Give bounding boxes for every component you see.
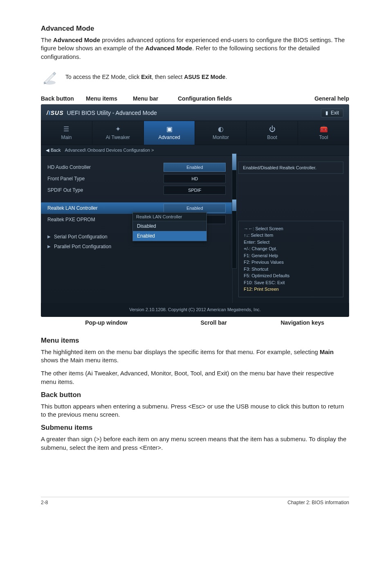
chevron-right-icon: ▶ bbox=[47, 244, 51, 249]
bold-advanced-mode-2: Advanced Mode bbox=[145, 45, 192, 52]
bios-window-title: UEFI BIOS Utility - Advanced Mode bbox=[67, 110, 157, 116]
exit-button[interactable]: ▮ Exit bbox=[321, 108, 343, 117]
menu-bar: ☰ Main ✦ Ai Tweaker ▣ Advanced ◐ Monitor… bbox=[41, 121, 349, 145]
label-menu-bar: Menu bar bbox=[133, 95, 178, 102]
back-button-p: This button appears when entering a subm… bbox=[41, 402, 349, 419]
note-text: To access the EZ Mode, click Exit, then … bbox=[65, 74, 227, 80]
tab-tool-label: Tool bbox=[319, 135, 328, 140]
top-label-row: Back button Menu items Menu bar Configur… bbox=[41, 95, 349, 102]
row-front-panel[interactable]: Front Panel Type HD bbox=[47, 173, 226, 184]
popup-title: Realtek LAN Controller bbox=[133, 213, 206, 221]
breadcrumb-path: Advanced\ Onboard Devices Configuration … bbox=[65, 148, 154, 153]
advanced-mode-description: The Advanced Mode provides advanced opti… bbox=[41, 36, 349, 61]
label-general-help: General help bbox=[256, 95, 349, 102]
power-icon: ⏻ bbox=[269, 126, 276, 133]
scroll-thumb[interactable] bbox=[232, 200, 236, 211]
exit-icon: ▮ bbox=[325, 110, 328, 116]
sub-parallel-port[interactable]: ▶ Parallel Port Configuration bbox=[47, 242, 226, 251]
exit-label: Exit bbox=[331, 110, 339, 116]
sub-parallel-label: Parallel Port Configuration bbox=[54, 244, 111, 249]
popup-option-disabled[interactable]: Disabled bbox=[133, 221, 206, 231]
row-spdif[interactable]: SPDIF Out Type SPDIF bbox=[47, 184, 226, 196]
submenu-heading: Submenu items bbox=[41, 424, 349, 432]
tab-ai-label: Ai Tweaker bbox=[106, 135, 130, 140]
tweak-icon: ✦ bbox=[115, 125, 121, 133]
key-hint: ↑↓: Select Item bbox=[244, 232, 338, 239]
key-hint: F10: Save ESC: Exit bbox=[244, 279, 338, 286]
back-button[interactable]: ◀ Back bbox=[46, 148, 61, 153]
tab-tool[interactable]: 🧰 Tool bbox=[298, 121, 349, 145]
tab-boot-label: Boot bbox=[267, 135, 277, 140]
label-menu-items: Menu items bbox=[86, 95, 133, 102]
key-hint: F1: General Help bbox=[244, 252, 338, 259]
back-label: Back bbox=[51, 148, 61, 153]
submenu-p: A greater than sign (>) before each item… bbox=[41, 435, 349, 452]
label-scrollbar: Scroll bar bbox=[172, 319, 256, 326]
realtek-lan-label: Realtek LAN Controller bbox=[47, 205, 159, 211]
asus-logo: /ISUS bbox=[47, 110, 64, 116]
tab-main-label: Main bbox=[61, 135, 72, 140]
menu-items-heading: Menu items bbox=[41, 337, 349, 345]
tab-advanced-label: Advanced bbox=[158, 135, 180, 140]
front-panel-value[interactable]: HD bbox=[164, 174, 226, 183]
version-bar: Version 2.10.1208. Copyright (C) 2012 Am… bbox=[41, 303, 349, 317]
bios-window: /ISUS UEFI BIOS Utility - Advanced Mode … bbox=[41, 104, 349, 317]
tab-monitor-label: Monitor bbox=[213, 135, 229, 140]
chevron-right-icon: ▶ bbox=[47, 234, 51, 239]
bold-advanced-mode-1: Advanced Mode bbox=[53, 36, 100, 43]
label-config-fields: Configuration fields bbox=[178, 95, 256, 102]
front-panel-label: Front Panel Type bbox=[47, 176, 159, 182]
key-hint: F5: Optimized Defaults bbox=[244, 272, 338, 279]
below-label-row: Pop-up window Scroll bar Navigation keys bbox=[41, 319, 349, 326]
list-icon: ☰ bbox=[63, 125, 69, 133]
label-navkeys: Navigation keys bbox=[256, 319, 349, 326]
back-arrow-icon: ◀ bbox=[46, 148, 49, 153]
key-hint: →←: Select Screen bbox=[244, 225, 338, 232]
sub-serial-label: Serial Port Configuration bbox=[54, 234, 108, 240]
spdif-label: SPDIF Out Type bbox=[47, 187, 159, 193]
label-back-button: Back button bbox=[41, 95, 86, 102]
scroll-bar[interactable] bbox=[232, 153, 237, 269]
footer-right: Chapter 2: BIOS information bbox=[287, 500, 349, 505]
navigation-keys-box: →←: Select Screen ↑↓: Select Item Enter:… bbox=[238, 221, 343, 297]
key-hint: +/-: Change Opt. bbox=[244, 245, 338, 252]
tab-advanced[interactable]: ▣ Advanced bbox=[144, 121, 195, 145]
menu-items-p1: The highlighted item on the menu bar dis… bbox=[41, 348, 349, 365]
realtek-lan-value[interactable]: Enabled bbox=[164, 204, 226, 213]
row-hd-audio[interactable]: HD Audio Controller Enabled bbox=[47, 162, 226, 173]
hd-audio-label: HD Audio Controller bbox=[47, 164, 159, 170]
general-help-box: Enabled/Disabled Realtek Controller. bbox=[238, 162, 343, 174]
popup-option-enabled[interactable]: Enabled bbox=[133, 231, 206, 241]
advanced-mode-heading: Advanced Mode bbox=[41, 25, 349, 33]
gauge-icon: ◐ bbox=[218, 125, 224, 133]
tab-boot[interactable]: ⏻ Boot bbox=[247, 121, 298, 145]
back-button-heading: Back button bbox=[41, 391, 349, 399]
popup-dropdown: Realtek LAN Controller Disabled Enabled bbox=[132, 212, 207, 241]
toolbox-icon: 🧰 bbox=[320, 125, 328, 133]
note-icon bbox=[41, 68, 58, 85]
key-hint: F3: Shortcut bbox=[244, 266, 338, 273]
key-hint: F2: Previous Values bbox=[244, 259, 338, 266]
footer-left: 2-8 bbox=[41, 500, 48, 505]
tab-ai-tweaker[interactable]: ✦ Ai Tweaker bbox=[92, 121, 144, 145]
tab-main[interactable]: ☰ Main bbox=[41, 121, 92, 145]
key-hint: Enter: Select bbox=[244, 239, 338, 246]
label-popup: Pop-up window bbox=[41, 319, 172, 326]
menu-items-p2: The other items (Ai Tweaker, Advanced, M… bbox=[41, 369, 349, 386]
hd-audio-value[interactable]: Enabled bbox=[164, 163, 226, 172]
chip-icon: ▣ bbox=[166, 125, 173, 133]
key-hint: F12: Print Screen bbox=[244, 286, 338, 293]
tab-monitor[interactable]: ◐ Monitor bbox=[195, 121, 247, 145]
scroll-thumb[interactable] bbox=[232, 154, 236, 170]
spdif-value[interactable]: SPDIF bbox=[164, 186, 226, 195]
